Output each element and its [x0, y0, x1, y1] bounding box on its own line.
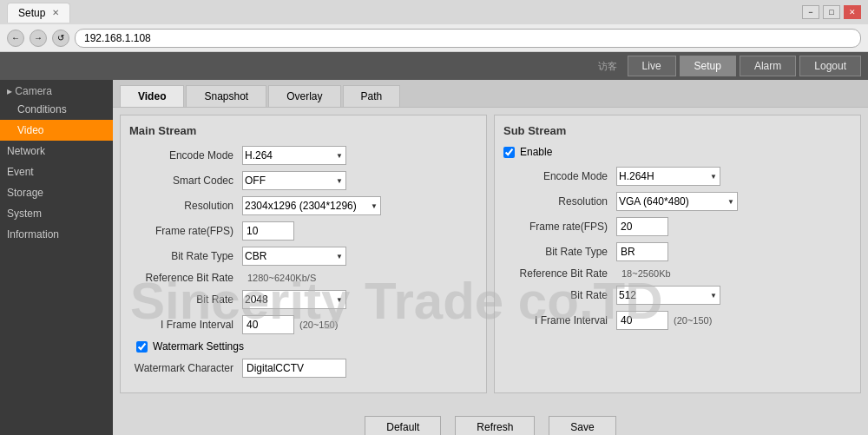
sub-i-frame-input[interactable] [616, 311, 668, 330]
bit-rate-type-select[interactable]: CBR [242, 247, 346, 266]
main-stream-title: Main Stream [129, 124, 477, 137]
sidebar-item-conditions[interactable]: Conditions [0, 99, 113, 120]
top-nav-bar: 访客 Live Setup Alarm Logout [0, 52, 868, 80]
sub-bit-rate-label: Bit Rate [503, 289, 616, 301]
sub-bit-rate-type-input[interactable] [616, 242, 668, 261]
watermark-char-label: Watermark Character [129, 362, 242, 374]
sub-encode-mode-select-wrapper: H.264H [616, 167, 720, 186]
tab-snapshot[interactable]: Snapshot [186, 85, 266, 107]
enable-checkbox[interactable] [503, 147, 515, 158]
window-minimize-btn[interactable]: − [802, 5, 819, 19]
encode-mode-select[interactable]: H.264 [242, 146, 346, 165]
watermark-char-input[interactable] [242, 359, 346, 378]
sidebar-item-network[interactable]: Network [0, 141, 113, 161]
encode-mode-select-wrapper: H.264 [242, 146, 346, 165]
sub-i-frame-suffix: (20~150) [674, 315, 712, 326]
sidebar-item-event-label: Event [7, 166, 34, 178]
live-btn[interactable]: Live [628, 56, 676, 76]
window-close-btn[interactable]: ✕ [844, 5, 861, 19]
sub-frame-rate-input[interactable] [616, 217, 668, 236]
window-controls: − □ ✕ [802, 5, 861, 19]
setup-btn[interactable]: Setup [680, 56, 736, 76]
sub-bit-rate-row: Bit Rate 512 [503, 286, 852, 305]
sidebar-item-system-label: System [7, 208, 42, 220]
resolution-label: Resolution [129, 200, 242, 212]
sub-stream-panel: Sub Stream Enable Encode Mode H.264H Res… [494, 115, 861, 393]
sidebar: ▸ Camera Conditions Video Network Event … [0, 80, 113, 435]
sidebar-item-storage-label: Storage [7, 187, 43, 199]
i-frame-label: I Frame Interval [129, 319, 242, 331]
back-btn[interactable]: ← [7, 30, 24, 47]
sub-i-frame-label: I Frame Interval [503, 314, 616, 326]
sidebar-item-system[interactable]: System [0, 203, 113, 224]
tab-path[interactable]: Path [343, 85, 401, 107]
enable-label: Enable [520, 146, 552, 158]
sub-bit-rate-select-wrapper: 512 [616, 286, 720, 305]
tab-overlay[interactable]: Overlay [268, 85, 340, 107]
sub-encode-mode-select[interactable]: H.264H [616, 167, 720, 186]
main-container: ▸ Camera Conditions Video Network Event … [0, 80, 868, 435]
sub-stream-title: Sub Stream [503, 124, 852, 137]
default-btn[interactable]: Default [365, 416, 441, 435]
sidebar-section-camera-label: ▸ Camera [7, 85, 52, 97]
tab-video[interactable]: Video [120, 85, 184, 107]
settings-panels: Main Stream Encode Mode H.264 Smart Code… [113, 108, 868, 400]
frame-rate-label: Frame rate(FPS) [129, 225, 242, 237]
sub-encode-mode-label: Encode Mode [503, 170, 616, 182]
topbar-label: 访客 [598, 60, 617, 73]
resolution-select[interactable]: 2304x1296 (2304*1296) [242, 196, 381, 215]
encode-mode-label: Encode Mode [129, 149, 242, 161]
bit-rate-type-label: Bit Rate Type [129, 250, 242, 262]
window-maximize-btn[interactable]: □ [823, 5, 840, 19]
sidebar-section-camera: ▸ Camera [0, 80, 113, 99]
frame-rate-row: Frame rate(FPS) [129, 221, 477, 241]
sub-reference-bit-rate-label: Reference Bit Rate [503, 267, 616, 280]
smart-codec-label: Smart Codec [129, 175, 242, 187]
browser-tab-title: Setup [18, 7, 45, 19]
sidebar-item-information-label: Information [7, 228, 59, 241]
smart-codec-select[interactable]: OFF [242, 171, 346, 190]
sub-resolution-row: Resolution VGA (640*480) [503, 192, 852, 211]
sub-frame-rate-row: Frame rate(FPS) [503, 217, 852, 236]
browser-tab[interactable]: Setup ✕ [7, 3, 70, 23]
bit-rate-row: Bit Rate 2048 [129, 290, 477, 309]
frame-rate-input[interactable] [242, 221, 294, 241]
sub-resolution-select[interactable]: VGA (640*480) [616, 192, 738, 211]
sub-i-frame-row: I Frame Interval (20~150) [503, 311, 852, 330]
watermark-row: Watermark Settings [129, 340, 477, 353]
reference-bit-rate-label: Reference Bit Rate [129, 272, 242, 284]
sidebar-item-storage[interactable]: Storage [0, 182, 113, 203]
alarm-btn[interactable]: Alarm [740, 56, 796, 76]
main-stream-panel: Main Stream Encode Mode H.264 Smart Code… [120, 115, 487, 393]
sub-resolution-label: Resolution [503, 195, 616, 208]
watermark-checkbox[interactable] [136, 341, 148, 353]
sub-bit-rate-select[interactable]: 512 [616, 286, 720, 305]
i-frame-suffix: (20~150) [299, 320, 338, 330]
watermark-char-row: Watermark Character [129, 359, 477, 378]
bit-rate-type-row: Bit Rate Type CBR [129, 247, 477, 266]
refresh-btn[interactable]: Refresh [455, 416, 535, 435]
i-frame-row: I Frame Interval (20~150) [129, 315, 477, 334]
sidebar-item-video[interactable]: Video [0, 120, 113, 141]
refresh-btn[interactable]: ↺ [52, 30, 69, 47]
bit-rate-select[interactable]: 2048 [242, 290, 346, 309]
tab-bar: Video Snapshot Overlay Path [113, 80, 868, 108]
bit-rate-label: Bit Rate [129, 293, 242, 306]
i-frame-input[interactable] [242, 315, 294, 334]
save-btn[interactable]: Save [549, 416, 615, 435]
reference-bit-rate-row: Reference Bit Rate 1280~6240Kb/S [129, 272, 477, 284]
logout-btn[interactable]: Logout [799, 56, 861, 76]
sub-bit-rate-type-label: Bit Rate Type [503, 246, 616, 258]
address-input[interactable]: 192.168.1.108 [75, 29, 861, 48]
sub-frame-rate-label: Frame rate(FPS) [503, 221, 616, 233]
forward-btn[interactable]: → [30, 30, 47, 47]
sidebar-item-network-label: Network [7, 145, 45, 157]
encode-mode-row: Encode Mode H.264 [129, 146, 477, 165]
sub-resolution-select-wrapper: VGA (640*480) [616, 192, 738, 211]
sidebar-item-event[interactable]: Event [0, 161, 113, 182]
content-area: Sincerity Trade co.TD Video Snapshot Ove… [113, 80, 868, 435]
watermark-label: Watermark Settings [153, 340, 244, 353]
tab-close-icon[interactable]: ✕ [52, 8, 59, 17]
sub-bit-rate-type-row: Bit Rate Type [503, 242, 852, 261]
sidebar-item-information[interactable]: Information [0, 224, 113, 245]
